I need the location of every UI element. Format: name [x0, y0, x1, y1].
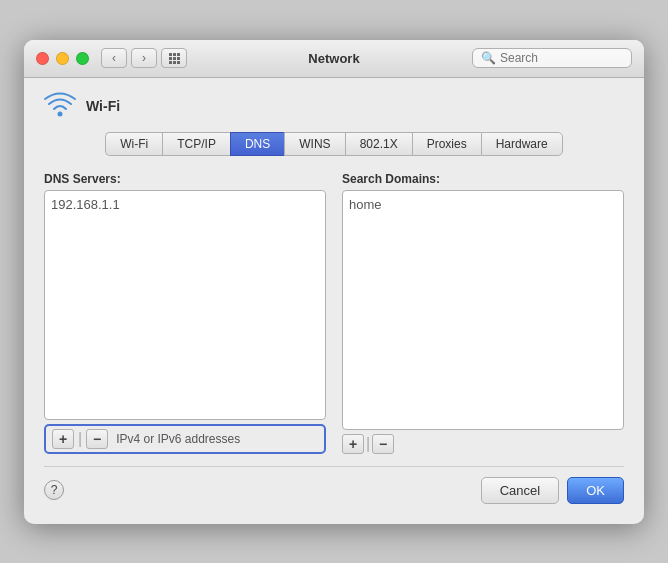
tab-tcpip[interactable]: TCP/IP: [162, 132, 230, 156]
back-button[interactable]: ‹: [101, 48, 127, 68]
tab-bar: Wi-Fi TCP/IP DNS WINS 802.1X Proxies Har…: [44, 132, 624, 156]
forward-button[interactable]: ›: [131, 48, 157, 68]
network-window: ‹ › Network 🔍: [24, 40, 644, 524]
cancel-button[interactable]: Cancel: [481, 477, 559, 504]
dns-servers-controls: + | − IPv4 or IPv6 addresses: [44, 424, 326, 454]
search-input[interactable]: [500, 51, 620, 65]
dns-servers-list[interactable]: 192.168.1.1: [44, 190, 326, 420]
domains-add-button[interactable]: +: [342, 434, 364, 454]
search-domains-label: Search Domains:: [342, 172, 624, 186]
svg-point-0: [58, 111, 63, 116]
ok-button[interactable]: OK: [567, 477, 624, 504]
wifi-header: Wi-Fi: [44, 94, 624, 118]
footer: ? Cancel OK: [44, 466, 624, 508]
grid-icon: [169, 53, 180, 64]
dns-add-button[interactable]: +: [52, 429, 74, 449]
dns-remove-button[interactable]: −: [86, 429, 108, 449]
content-area: Wi-Fi Wi-Fi TCP/IP DNS WINS 802.1X Proxi…: [24, 78, 644, 524]
domains-remove-button[interactable]: −: [372, 434, 394, 454]
window-title: Network: [308, 51, 359, 66]
tab-proxies[interactable]: Proxies: [412, 132, 481, 156]
search-icon: 🔍: [481, 51, 496, 65]
footer-buttons: Cancel OK: [481, 477, 624, 504]
dns-servers-label: DNS Servers:: [44, 172, 326, 186]
dns-servers-panel: DNS Servers: 192.168.1.1 + | − IPv4 or I…: [44, 172, 326, 454]
minimize-button[interactable]: [56, 52, 69, 65]
tab-dns[interactable]: DNS: [230, 132, 284, 156]
traffic-lights: [36, 52, 89, 65]
grid-button[interactable]: [161, 48, 187, 68]
wifi-icon: [44, 94, 76, 118]
tab-wins[interactable]: WINS: [284, 132, 344, 156]
search-domains-controls: + | −: [342, 434, 624, 454]
search-box: 🔍: [472, 48, 632, 68]
separator: |: [366, 435, 370, 453]
close-button[interactable]: [36, 52, 49, 65]
tab-hardware[interactable]: Hardware: [481, 132, 563, 156]
search-domains-list[interactable]: home: [342, 190, 624, 430]
list-item: home: [349, 195, 617, 214]
separator: |: [78, 430, 82, 448]
wifi-label: Wi-Fi: [86, 98, 120, 114]
ipv-label: IPv4 or IPv6 addresses: [116, 432, 240, 446]
tab-wifi[interactable]: Wi-Fi: [105, 132, 162, 156]
dns-panels: DNS Servers: 192.168.1.1 + | − IPv4 or I…: [44, 172, 624, 454]
titlebar: ‹ › Network 🔍: [24, 40, 644, 78]
list-item: 192.168.1.1: [51, 195, 319, 214]
search-domains-panel: Search Domains: home + | −: [342, 172, 624, 454]
tab-8021x[interactable]: 802.1X: [345, 132, 412, 156]
maximize-button[interactable]: [76, 52, 89, 65]
nav-buttons: ‹ ›: [101, 48, 157, 68]
help-button[interactable]: ?: [44, 480, 64, 500]
